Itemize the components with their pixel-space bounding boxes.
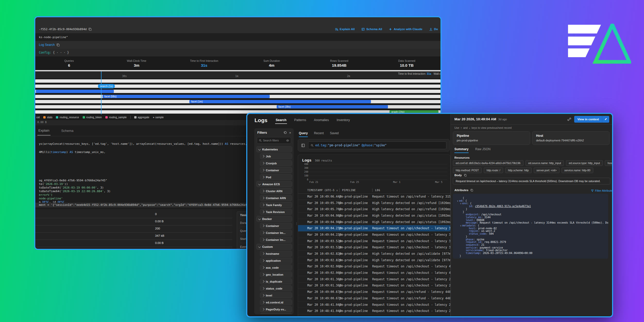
- stats-row[interactable]: 0: [35, 211, 232, 218]
- waterfall-row[interactable]: facet (58s): [35, 95, 440, 98]
- facet-item-level[interactable]: level: [260, 292, 292, 298]
- copy-icon[interactable]: [464, 174, 467, 177]
- resource-chip[interactable]: ed.conf.id: db519a1c-ba4a-4234-a6b3-d475…: [453, 160, 523, 166]
- waterfall-row[interactable]: facet (38s): [35, 105, 440, 108]
- table-row[interactable]: Mar 20 10:48:41.047pm-prod-pipelineReque…: [298, 302, 450, 308]
- close-icon[interactable]: ×: [289, 131, 291, 134]
- tab-summary[interactable]: Summary: [454, 147, 469, 153]
- facet-item-phase[interactable]: phase: [260, 313, 292, 314]
- table-row[interactable]: Mar 20 10:48:41.047pm-prod-pipelineReque…: [298, 308, 450, 314]
- facet-item-container-im-[interactable]: Container Im...: [260, 237, 292, 243]
- tab-explain[interactable]: Explain: [37, 126, 50, 135]
- reset-filters-icon[interactable]: [283, 131, 287, 134]
- table-row[interactable]: Mar 20 10:49:01.362pm-prod-pipelineReque…: [298, 283, 450, 289]
- link-icon[interactable]: [567, 117, 571, 121]
- resource-chip[interactable]: http.route: /: [484, 167, 503, 173]
- resource-chip[interactable]: service.name: http-80: [562, 167, 593, 173]
- json-key[interactable]: timestamp: [466, 252, 480, 255]
- waterfall-span[interactable]: facet (58s): [103, 95, 270, 98]
- table-row[interactable]: Mar 20 10:49:02.065pm-prod-pipelineReque…: [298, 264, 450, 270]
- query-input[interactable]: ed.tag:"pm-prod-pipeline" @phase:"spike": [308, 141, 446, 149]
- facet-item-container-arn[interactable]: Container ARN: [260, 195, 292, 201]
- toolbar-button-analyze-with-claude[interactable]: Analyze with Claude: [389, 28, 422, 31]
- waterfall-badge[interactable]: search (1s): [98, 84, 115, 88]
- json-key[interactable]: request_id: [466, 241, 481, 243]
- copy-icon[interactable]: [56, 43, 60, 47]
- facet-item-geo-location[interactable]: geo_location: [260, 272, 292, 277]
- json-key[interactable]: level: [466, 219, 473, 222]
- tab-saved[interactable]: Saved: [330, 131, 339, 137]
- tab-recent[interactable]: Recent: [314, 131, 324, 137]
- facet-item-pod[interactable]: Pod: [260, 174, 292, 180]
- stats-row[interactable]: 0.00 B: [35, 218, 232, 225]
- table-row[interactable]: Mar 20 10:49:02.065pm-prod-pipelineReque…: [298, 270, 450, 276]
- stats-row[interactable]: 0.00 B: [35, 240, 232, 247]
- json-key[interactable]: host: [469, 227, 475, 230]
- resource-chip[interactable]: server.port: <nil>: [534, 167, 560, 173]
- waterfall-span[interactable]: [36, 90, 114, 93]
- config-row[interactable]: Config: { · · · }: [35, 49, 440, 56]
- tab-query[interactable]: Query: [299, 131, 308, 137]
- stats-row[interactable]: 347 kB: [35, 232, 232, 240]
- stats-row[interactable]: 200: [35, 225, 232, 233]
- json-key[interactable]: ed: [459, 199, 462, 202]
- facet-item-status-code[interactable]: status_code: [260, 285, 292, 291]
- table-row[interactable]: Mar 20 10:49:02.829pm-prod-pipelineHigh …: [298, 257, 450, 264]
- waterfall-span[interactable]: facet (1m): [189, 100, 371, 103]
- table-row[interactable]: Mar 20 10:49:01.362pm-prod-pipelineReque…: [298, 276, 450, 283]
- toolbar-button-schema-all[interactable]: Schema All: [361, 28, 382, 31]
- table-row[interactable]: Mar 20 10:49:04.987pm-prod-pipelineHigh …: [298, 213, 450, 219]
- sort-descending-icon[interactable]: ↓: [336, 189, 338, 192]
- table-row[interactable]: Mar 20 10:49:06.447pm-prod-pipelineReque…: [298, 193, 450, 200]
- facet-group-kubernetes[interactable]: Kubernetes: [256, 146, 292, 152]
- waterfall-row[interactable]: [35, 90, 440, 93]
- copy-icon[interactable]: [88, 28, 92, 31]
- table-row[interactable]: Mar 20 10:49:03.528pm-prod-pipelineReque…: [298, 244, 450, 251]
- facet-item-cronjob[interactable]: Cronjob: [260, 160, 292, 166]
- facet-item-pagerduty-ev-[interactable]: PagerDuty ev...: [260, 306, 292, 312]
- json-key[interactable]: phase: [466, 238, 473, 241]
- tab-inventory[interactable]: Inventory: [336, 117, 350, 124]
- facet-item-job[interactable]: Job: [260, 153, 292, 159]
- json-key[interactable]: env: [462, 202, 467, 205]
- table-row[interactable]: Mar 20 10:49:00.673pm-prod-pipelineReque…: [298, 289, 450, 295]
- resource-chip[interactable]: http.scheme: http: [505, 167, 532, 173]
- facet-group-custom[interactable]: Custom: [256, 244, 292, 250]
- json-value[interactable]: c954b676-8b2e-4863-917a-ac5e4a4673a1: [475, 205, 531, 208]
- chevron-down-icon[interactable]: ∨: [457, 200, 458, 202]
- facet-item-is-duplicate[interactable]: is_duplicate: [260, 278, 292, 284]
- resource-chip[interactable]: ed.source.type: http_input: [566, 160, 603, 166]
- resource-chip[interactable]: ed.source.name: http_input: [526, 160, 564, 166]
- facet-item-asa-code[interactable]: asa_code: [260, 265, 292, 270]
- filter-attributes-link[interactable]: Filter Attributes: [591, 189, 613, 192]
- facet-item-task-revision[interactable]: Task Revision: [260, 209, 292, 215]
- facet-item-container[interactable]: Container: [260, 167, 292, 173]
- pencil-icon[interactable]: [602, 116, 609, 123]
- table-row[interactable]: Mar 20 10:49:02.829pm-prod-pipelineHigh …: [298, 251, 450, 257]
- tab-search[interactable]: Search: [275, 117, 287, 124]
- table-row[interactable]: Mar 20 10:49:04.987pm-prod-pipelineHigh …: [298, 219, 450, 225]
- toolbar-button-explain-all[interactable]: Explain All: [335, 28, 355, 31]
- view-in-context-button[interactable]: View in context: [574, 116, 609, 123]
- chevron-down-icon[interactable]: ∨: [460, 202, 461, 205]
- column-header-timestamp[interactable]: TIMESTAMP (UTC-5↓: [298, 189, 339, 192]
- table-row[interactable]: Mar 20 10:49:04.233pm-prod-pipelineReque…: [298, 225, 450, 232]
- json-key[interactable]: servicename: [466, 249, 483, 252]
- column-header-log[interactable]: LOG: [372, 189, 450, 192]
- tab-raw-json[interactable]: Raw JSON: [475, 147, 490, 153]
- waterfall-row[interactable]: search (1s): [35, 84, 440, 88]
- search-filters-input[interactable]: Search filters: [257, 137, 291, 144]
- json-key[interactable]: service: [466, 246, 477, 249]
- tab-anomalies[interactable]: Anomalies: [313, 117, 329, 124]
- facet-item-task-family[interactable]: Task Family: [260, 202, 292, 208]
- facet-group-amazon-ecs[interactable]: Amazon ECS: [256, 181, 292, 187]
- table-row[interactable]: Mar 20 10:49:04.233pm-prod-pipelineReque…: [298, 232, 450, 238]
- waterfall-span[interactable]: facet (38s): [277, 105, 388, 108]
- facet-item-hostname[interactable]: hostname: [260, 251, 292, 257]
- json-key[interactable]: metadata: [462, 224, 474, 227]
- json-key[interactable]: endpoint: [466, 213, 478, 216]
- facet-item-ed-context-id[interactable]: ed.context.id: [260, 299, 292, 305]
- facet-item-cluster-arn[interactable]: Cluster ARN: [260, 188, 292, 194]
- eye-icon[interactable]: [286, 139, 289, 142]
- table-row[interactable]: Mar 20 10:49:00.673pm-prod-pipelineReque…: [298, 295, 450, 302]
